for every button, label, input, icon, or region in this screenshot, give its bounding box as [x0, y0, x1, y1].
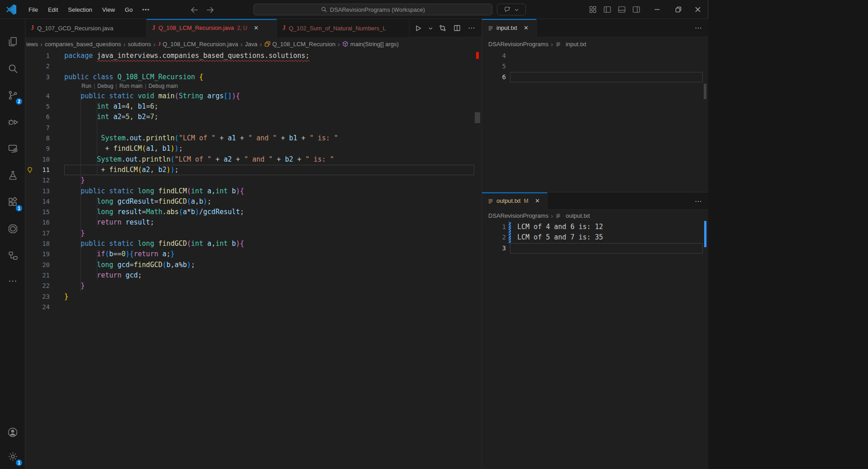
menu-selection[interactable]: Selection [63, 5, 97, 15]
code-line-5[interactable]: 5 int a1=4, b1=6; [25, 101, 482, 112]
text-line-6[interactable]: 6 [482, 72, 708, 82]
lightbulb-icon[interactable] [26, 166, 33, 173]
activity-explorer-icon[interactable] [4, 33, 22, 51]
activity-hierarchy-extension-icon[interactable] [4, 246, 22, 264]
menu-file[interactable]: File [24, 5, 43, 15]
toggle-panel-icon[interactable] [617, 5, 627, 15]
activity-extensions-icon[interactable]: 1 [4, 193, 22, 211]
text-line-4[interactable]: 4 [482, 51, 708, 61]
code-line-24[interactable]: 24 [25, 302, 482, 312]
codelens-run[interactable]: Run [81, 83, 91, 89]
code-line-2[interactable]: 2 [25, 61, 482, 72]
code-line-17[interactable]: 17 } [25, 228, 482, 239]
text-line-5[interactable]: 5 [482, 61, 708, 72]
code-line-23[interactable]: 23} [25, 292, 482, 302]
code-line-9[interactable]: 9 + findLCM(a1, b1)); [25, 144, 482, 154]
menu-more-icon[interactable]: ••• [138, 5, 154, 15]
code-line-20[interactable]: 20 long gcd=findGCD(b,a%b); [25, 260, 482, 270]
activity-source-control-icon[interactable]: 2 [4, 86, 22, 104]
activity-search-icon[interactable] [4, 59, 22, 77]
breadcrumb-item[interactable]: iews [26, 41, 38, 48]
run-dropdown-chevron-icon[interactable] [427, 23, 434, 34]
back-arrow-icon[interactable] [189, 5, 200, 15]
menu-edit[interactable]: Edit [43, 5, 63, 15]
more-actions-icon[interactable] [693, 196, 704, 207]
code-line-6[interactable]: 6 int a2=5, b2=7; [25, 112, 482, 122]
code-line-13[interactable]: 13 public static long findLCM(int a,int … [25, 186, 482, 196]
tab-input-txt[interactable]: input.txt ✕ [482, 19, 537, 37]
restore-button[interactable] [668, 0, 689, 19]
activity-settings-gear-icon[interactable]: 1 [4, 447, 22, 465]
breadcrumb-label: output.txt [566, 212, 590, 219]
text-line-2[interactable]: 2LCM of 5 and 7 is: 35 [482, 232, 708, 243]
line-text: LCM of 5 and 7 is: 35 [517, 232, 603, 243]
minimize-button[interactable] [647, 0, 668, 19]
code-line-21[interactable]: 21 return gcd; [25, 270, 482, 281]
codelens-debug-main[interactable]: Debug main [148, 83, 178, 89]
tab-Q_108_LCM_Recursion.java[interactable]: JQ_108_LCM_Recursion.java2, U✕ [147, 19, 277, 37]
breadcrumb-separator: › [260, 41, 262, 48]
breadcrumb-label: solutions [128, 41, 151, 48]
output-pane-actions [693, 192, 704, 211]
codelens-run-main[interactable]: Run main [119, 83, 143, 89]
code-line-18[interactable]: 18 public static long findGCD(int a,int … [25, 239, 482, 249]
code-line-19[interactable]: 19 if(b==0){return a;} [25, 249, 482, 259]
code-line-8[interactable]: 8 System.out.println("LCM of " + a1 + " … [25, 133, 482, 144]
activity-remote-explorer-icon[interactable] [4, 139, 22, 158]
line-number: 18 [25, 239, 50, 249]
breadcrumb-item[interactable]: Java [245, 41, 257, 48]
tab-Q_102_Sum_of_Natural_Numbers_L[interactable]: JQ_102_Sum_of_Natural_Numbers_L [277, 19, 410, 37]
copilot-menu-button[interactable] [497, 4, 526, 15]
code-line-1[interactable]: 1package java_interviews.companies_based… [25, 51, 482, 61]
breadcrumb-item[interactable]: solutions [128, 41, 151, 48]
code-line-4[interactable]: 4 public static void main(String args[])… [25, 91, 482, 101]
breadcrumb-item[interactable]: main(String[] args) [342, 41, 399, 48]
scrollbar-slider[interactable] [475, 112, 480, 123]
code-line-7[interactable]: 7 [25, 123, 482, 133]
activity-ellipsis-icon[interactable] [4, 272, 22, 290]
forward-arrow-icon[interactable] [205, 5, 215, 15]
close-window-button[interactable] [687, 0, 708, 19]
code-line-3[interactable]: 3public class Q_108_LCM_Recursion { [25, 72, 482, 82]
breadcrumb-item[interactable]: companies_based_questions [45, 41, 121, 48]
code-line-16[interactable]: 16 return result; [25, 217, 482, 228]
close-tab-icon[interactable]: ✕ [533, 196, 542, 206]
code-line-15[interactable]: 15 long result=Math.abs(a*b)/gcdResult; [25, 207, 482, 217]
toggle-secondary-sidebar-icon[interactable] [632, 5, 642, 15]
toggle-primary-sidebar-icon[interactable] [603, 5, 613, 15]
close-tab-icon[interactable]: ✕ [522, 24, 531, 33]
code-line-14[interactable]: 14 long gcdResult=findGCD(a,b); [25, 196, 482, 207]
activity-account-icon[interactable] [4, 423, 22, 441]
breadcrumb-item[interactable]: Q_108_LCM_Recursion [264, 41, 335, 48]
tab-Q_107_GCD_Recursion.java[interactable]: JQ_107_GCD_Recursion.java [25, 19, 147, 37]
more-actions-icon[interactable] [693, 23, 704, 34]
run-java-button[interactable] [413, 23, 424, 34]
split-editor-icon[interactable] [452, 23, 463, 34]
scrollbar-slider[interactable] [704, 84, 706, 99]
code-editor[interactable]: 1package java_interviews.companies_based… [25, 51, 482, 469]
customize-layout-icon[interactable] [588, 5, 598, 15]
text-line-1[interactable]: 1LCM of 4 and 6 is: 12 [482, 222, 708, 232]
breadcrumb-item[interactable]: JQ_108_LCM_Recursion.java [158, 40, 238, 48]
activity-hexagon-extension-icon[interactable] [4, 220, 22, 238]
code-line-12[interactable]: 12 } [25, 175, 482, 186]
line-number: 4 [25, 91, 50, 101]
codelens-debug[interactable]: Debug [97, 83, 113, 89]
breadcrumb-item[interactable]: DSARevisionPrograms [488, 41, 548, 48]
menu-go[interactable]: Go [120, 5, 138, 15]
open-changes-icon[interactable] [437, 23, 448, 34]
text-line-3[interactable]: 3 [482, 243, 708, 254]
activity-run-debug-icon[interactable] [4, 113, 22, 131]
code-line-22[interactable]: 22 } [25, 281, 482, 291]
menu-view[interactable]: View [97, 5, 120, 15]
breadcrumb-item[interactable]: input.txt [555, 41, 587, 48]
more-actions-icon[interactable] [466, 23, 477, 34]
code-line-10[interactable]: 10 System.out.println("LCM of " + a2 + "… [25, 154, 482, 165]
code-line-11[interactable]: 11 + findLCM(a2, b2)); [25, 165, 482, 175]
tab-output-txt[interactable]: output.txt M ✕ [482, 192, 548, 210]
close-tab-icon[interactable]: ✕ [252, 24, 261, 33]
command-center-search[interactable]: DSARevisionPrograms (Workspace) [253, 4, 492, 15]
breadcrumb-item[interactable]: DSARevisionPrograms [488, 212, 548, 219]
breadcrumb-item[interactable]: output.txt [555, 212, 590, 219]
activity-testing-icon[interactable] [4, 166, 22, 184]
